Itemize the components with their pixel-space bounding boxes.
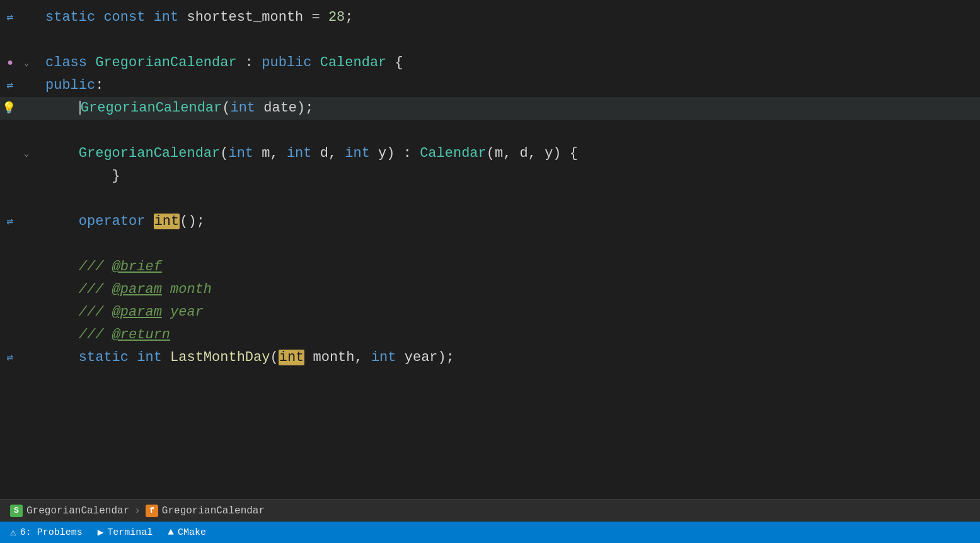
token-plain bbox=[87, 55, 95, 71]
token-plain bbox=[129, 350, 137, 365]
token-plain bbox=[311, 55, 320, 71]
code-line-9: ⇌ operator int(); bbox=[0, 210, 980, 233]
code-content-11: /// @brief bbox=[33, 256, 980, 278]
token-plain: { bbox=[386, 55, 403, 71]
token-plain: y) : bbox=[370, 146, 420, 161]
token-comment: month bbox=[162, 282, 212, 297]
line-actions-4: 💡 bbox=[0, 97, 20, 120]
token-comment: /// bbox=[79, 259, 112, 275]
code-content-4: GregorianCalendar(int date); bbox=[33, 97, 980, 120]
token-plain bbox=[95, 9, 103, 25]
token-comment: /// bbox=[79, 304, 112, 320]
line-actions-0: ⇌ bbox=[0, 6, 20, 29]
token-plain: ( bbox=[270, 350, 278, 365]
breadcrumb-item-1[interactable]: fGregorianCalendar bbox=[146, 505, 265, 517]
token-plain bbox=[145, 9, 153, 25]
status-icon-0: ⚠ bbox=[10, 526, 16, 539]
token-comment: /// bbox=[79, 327, 112, 343]
fold-icon-2[interactable]: ⌄ bbox=[24, 52, 29, 74]
line-actions-9: ⇌ bbox=[0, 210, 20, 233]
code-content-0: static const int shortest_month = 28; bbox=[33, 6, 980, 29]
token-kw-storage: static bbox=[45, 9, 95, 25]
token-kw-class: class bbox=[45, 55, 87, 71]
token-int-normal: int bbox=[228, 146, 253, 161]
token-int-highlighted: int bbox=[154, 214, 180, 229]
fold-col-2: ⌄ bbox=[20, 52, 33, 74]
token-kw-public: public bbox=[262, 55, 311, 71]
fold-icon-6[interactable]: ⌄ bbox=[24, 142, 29, 165]
status-item-2[interactable]: ▲CMake bbox=[168, 527, 206, 538]
merge-icon-0: ⇌ bbox=[7, 6, 14, 29]
status-icon-2: ▲ bbox=[168, 527, 174, 538]
token-class-name: Calendar bbox=[420, 146, 487, 161]
token-int-normal: int bbox=[345, 146, 370, 161]
editor-area: ⇌static const int shortest_month = 28;●⌄… bbox=[0, 0, 980, 499]
breadcrumb-label-0: GregorianCalendar bbox=[26, 505, 129, 517]
token-comment-tag: @param bbox=[112, 282, 162, 297]
token-plain: year); bbox=[396, 350, 454, 365]
code-line-3: ⇌public: bbox=[0, 74, 980, 97]
status-item-1[interactable]: ▶Terminal bbox=[98, 526, 153, 539]
code-line-8 bbox=[0, 188, 980, 210]
token-plain: (); bbox=[180, 214, 205, 229]
token-plain: ( bbox=[220, 146, 228, 161]
line-actions-3: ⇌ bbox=[0, 74, 20, 97]
code-container: ⇌static const int shortest_month = 28;●⌄… bbox=[0, 0, 980, 499]
code-content-7: } bbox=[33, 165, 980, 188]
code-content-15: static int LastMonthDay(int month, int y… bbox=[33, 346, 980, 369]
code-content-3: public: bbox=[33, 74, 980, 97]
breadcrumb-separator: › bbox=[134, 505, 141, 517]
code-line-15: ⇌ static int LastMonthDay(int month, int… bbox=[0, 346, 980, 369]
status-label-0: 6: Problems bbox=[20, 527, 83, 538]
token-class-name: GregorianCalendar bbox=[95, 55, 236, 71]
token-kw-storage: const bbox=[103, 9, 145, 25]
token-kw-storage: operator bbox=[79, 214, 146, 229]
code-line-14: /// @return bbox=[0, 324, 980, 346]
breadcrumb-item-0[interactable]: SGregorianCalendar bbox=[10, 505, 129, 517]
token-int-normal: int bbox=[230, 100, 255, 116]
token-comment-tag: @brief bbox=[112, 259, 162, 275]
code-content-9: operator int(); bbox=[33, 210, 980, 233]
token-kw-public: public bbox=[45, 77, 95, 93]
merge-icon-9: ⇌ bbox=[7, 210, 14, 233]
token-plain: } bbox=[79, 168, 120, 184]
token-class-name: Calendar bbox=[320, 55, 387, 71]
token-plain: date); bbox=[255, 100, 313, 116]
code-line-5 bbox=[0, 120, 980, 142]
code-content-12: /// @param month bbox=[33, 278, 980, 301]
token-plain: d, bbox=[311, 146, 345, 161]
code-line-0: ⇌static const int shortest_month = 28; bbox=[0, 6, 980, 29]
token-int-normal: int bbox=[154, 9, 179, 25]
code-line-12: /// @param month bbox=[0, 278, 980, 301]
code-line-2: ●⌄class GregorianCalendar : public Calen… bbox=[0, 52, 980, 74]
token-plain: : bbox=[237, 55, 262, 71]
code-line-13: /// @param year bbox=[0, 301, 980, 324]
code-line-1 bbox=[0, 29, 980, 52]
token-comment: year bbox=[162, 304, 204, 320]
code-content-6: GregorianCalendar(int m, int d, int y) :… bbox=[33, 142, 980, 165]
token-class-name: GregorianCalendar bbox=[79, 146, 220, 161]
breadcrumb-label-1: GregorianCalendar bbox=[162, 505, 265, 517]
token-class-name: GregorianCalendar bbox=[81, 100, 222, 116]
code-line-7: } bbox=[0, 165, 980, 188]
lightbulb-icon-4: 💡 bbox=[2, 97, 16, 120]
merge-icon-3: ⇌ bbox=[7, 74, 14, 97]
merge-icon-15: ⇌ bbox=[7, 346, 14, 369]
status-label-1: Terminal bbox=[107, 527, 153, 538]
token-plain: ( bbox=[222, 100, 230, 116]
status-item-0[interactable]: ⚠6: Problems bbox=[10, 526, 83, 539]
token-int-normal: int bbox=[287, 146, 312, 161]
breadcrumb-badge-0: S bbox=[10, 505, 23, 517]
code-line-10 bbox=[0, 233, 980, 256]
token-int-highlighted: int bbox=[279, 350, 305, 365]
token-int-normal: int bbox=[371, 350, 396, 365]
token-plain: ; bbox=[345, 9, 353, 25]
fold-col-6: ⌄ bbox=[20, 142, 33, 165]
line-actions-15: ⇌ bbox=[0, 346, 20, 369]
token-kw-storage: static bbox=[79, 350, 129, 365]
line-actions-2: ● bbox=[0, 52, 20, 74]
code-content-2: class GregorianCalendar : public Calenda… bbox=[33, 52, 980, 74]
token-func-name: LastMonthDay bbox=[170, 350, 270, 365]
token-plain: month, bbox=[304, 350, 371, 365]
token-comment: /// bbox=[79, 282, 112, 297]
